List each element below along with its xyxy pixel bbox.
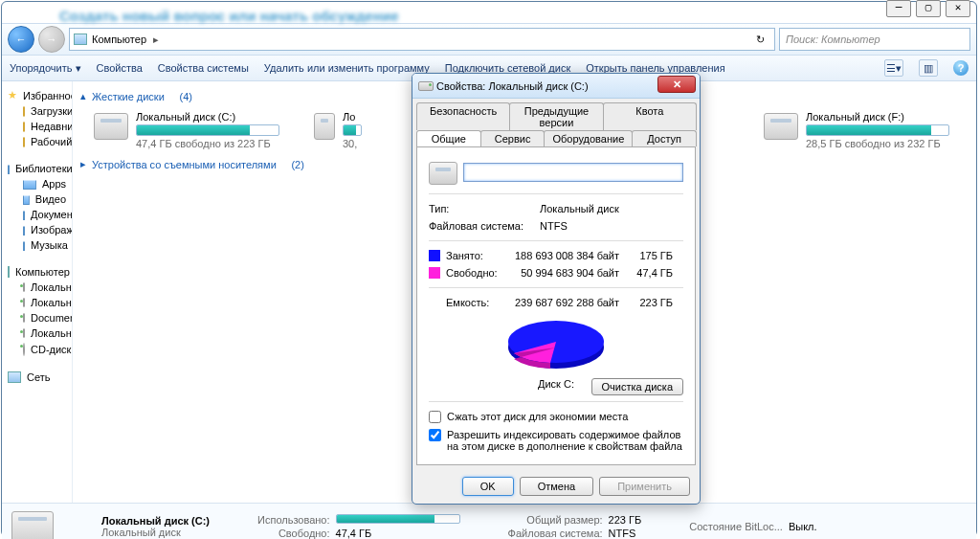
library-icon bbox=[8, 163, 10, 174]
drive-free-text: 47,4 ГБ свободно из 223 ГБ bbox=[136, 138, 279, 149]
dialog-title: Свойства: Локальный диск (C:) bbox=[436, 80, 589, 92]
sidebar-item-documents[interactable]: Документы bbox=[6, 207, 68, 222]
computer-icon bbox=[8, 266, 10, 278]
drive-tile-d[interactable]: Ло 30, bbox=[314, 111, 362, 149]
address-bar[interactable]: Компьютер ▸ ↻ bbox=[69, 28, 775, 51]
library-icon bbox=[23, 178, 36, 190]
dialog-close-button[interactable]: ✕ bbox=[657, 76, 696, 93]
tab-general[interactable]: Общие bbox=[416, 130, 481, 146]
folder-icon bbox=[23, 137, 25, 147]
type-label: Тип: bbox=[429, 203, 534, 214]
sidebar-item-drive-d[interactable]: Локальный диск (D:) bbox=[6, 295, 68, 310]
sidebar-item-desktop[interactable]: Рабочий стол bbox=[6, 134, 68, 149]
free-label: Свободно: bbox=[446, 267, 503, 279]
back-button[interactable]: ← bbox=[8, 26, 34, 53]
drive-tile-f[interactable]: Локальный диск (F:) 28,5 ГБ свободно из … bbox=[764, 111, 955, 149]
sidebar-item-music[interactable]: Музыка bbox=[6, 237, 68, 253]
library-icon bbox=[23, 209, 25, 220]
capacity-bar bbox=[136, 124, 279, 136]
properties-button[interactable]: Свойства bbox=[97, 62, 143, 74]
sidebar-item-drive-c[interactable]: Локальный диск (C:) bbox=[6, 280, 68, 295]
uninstall-program-button[interactable]: Удалить или изменить программу bbox=[264, 62, 430, 74]
status-fs-label: Файловая система: bbox=[508, 528, 603, 539]
used-label: Занято: bbox=[446, 250, 503, 261]
drive-icon bbox=[418, 81, 434, 91]
tab-hardware[interactable]: Оборудование bbox=[544, 130, 633, 146]
sidebar-item-recent[interactable]: Недавние места bbox=[6, 119, 68, 134]
dialog-titlebar[interactable]: Свойства: Локальный диск (C:) ✕ bbox=[412, 74, 700, 99]
drive-icon bbox=[429, 162, 457, 185]
capacity-gb: 223 ГБ bbox=[625, 297, 673, 308]
sidebar-item-apps[interactable]: Apps bbox=[6, 176, 68, 191]
chevron-right-icon: ▸ bbox=[80, 158, 86, 170]
breadcrumb: Компьютер ▸ bbox=[87, 34, 159, 46]
sidebar-item-optical[interactable]: CD-дисковод (G:) M bbox=[6, 341, 68, 358]
used-bytes: 188 693 008 384 байт bbox=[509, 250, 619, 261]
breadcrumb-root[interactable]: Компьютер bbox=[92, 34, 146, 45]
free-color-swatch bbox=[429, 267, 440, 279]
tab-security[interactable]: Безопасность bbox=[416, 102, 510, 130]
navigation-pane: ★Избранное Загрузки Недавние места Рабоч… bbox=[2, 81, 73, 503]
used-gb: 175 ГБ bbox=[625, 250, 673, 261]
ok-button[interactable]: OK bbox=[462, 477, 514, 496]
star-icon: ★ bbox=[8, 89, 17, 101]
libraries-group[interactable]: Библиотеки bbox=[6, 161, 68, 176]
dialog-body: Тип:Локальный диск Файловая система:NTFS… bbox=[416, 146, 696, 465]
volume-label-input[interactable] bbox=[463, 163, 683, 182]
drive-name: Локальный диск (F:) bbox=[806, 111, 949, 123]
organize-menu[interactable]: Упорядочить ▾ bbox=[10, 62, 81, 75]
status-subtitle: Локальный диск bbox=[101, 527, 210, 538]
apply-button[interactable]: Применить bbox=[599, 477, 690, 496]
drive-free-text: 28,5 ГБ свободно из 232 ГБ bbox=[806, 138, 949, 149]
status-bitlocker-label: Состояние BitLoc... bbox=[689, 521, 783, 532]
library-icon bbox=[23, 193, 30, 205]
drive-free-text: 30, bbox=[343, 138, 362, 149]
compress-checkbox[interactable] bbox=[429, 411, 441, 423]
drive-tile-c[interactable]: Локальный диск (C:) 47,4 ГБ свободно из … bbox=[94, 111, 285, 149]
free-gb: 47,4 ГБ bbox=[625, 267, 673, 279]
preview-pane-button[interactable]: ▥ bbox=[919, 59, 938, 77]
status-total-value: 223 ГБ bbox=[609, 514, 642, 526]
breadcrumb-separator-icon[interactable]: ▸ bbox=[153, 34, 159, 46]
disk-label: Диск C: bbox=[538, 378, 574, 390]
tab-tools[interactable]: Сервис bbox=[480, 130, 546, 146]
network-group[interactable]: Сеть bbox=[6, 370, 68, 385]
status-free-value: 47,4 ГБ bbox=[336, 528, 460, 539]
status-title: Локальный диск (C:) bbox=[101, 515, 210, 527]
capacity-label: Емкость: bbox=[446, 297, 503, 308]
sidebar-item-drive-f[interactable]: Локальный диск (F:) bbox=[6, 326, 68, 341]
help-icon[interactable]: ? bbox=[953, 60, 969, 76]
drive-icon bbox=[23, 328, 25, 338]
properties-dialog: Свойства: Локальный диск (C:) ✕ Безопасн… bbox=[412, 73, 701, 505]
system-properties-button[interactable]: Свойства системы bbox=[158, 62, 249, 74]
dialog-buttons: OK Отмена Применить bbox=[412, 469, 700, 504]
index-checkbox[interactable] bbox=[429, 429, 441, 441]
disk-cleanup-button[interactable]: Очистка диска bbox=[591, 378, 683, 395]
status-used-bar bbox=[336, 514, 460, 524]
type-value: Локальный диск bbox=[540, 203, 619, 214]
cancel-button[interactable]: Отмена bbox=[520, 477, 593, 496]
sidebar-item-videos[interactable]: Видео bbox=[6, 191, 68, 207]
dialog-tabs-row2: Общие Сервис Оборудование Доступ bbox=[412, 130, 700, 146]
search-input[interactable]: Поиск: Компьютер bbox=[779, 28, 970, 51]
view-options-button[interactable]: ☰▾ bbox=[884, 59, 903, 77]
forward-button[interactable]: → bbox=[38, 26, 65, 53]
status-bitlocker-value: Выкл. bbox=[789, 521, 817, 532]
capacity-bytes: 239 687 692 288 байт bbox=[509, 297, 619, 308]
tab-quota[interactable]: Квота bbox=[603, 102, 697, 130]
folder-icon bbox=[23, 122, 25, 132]
usage-pie-chart bbox=[499, 317, 613, 374]
drive-icon bbox=[23, 298, 25, 307]
sidebar-item-pictures[interactable]: Изображения bbox=[6, 222, 68, 237]
filesystem-value: NTFS bbox=[540, 220, 568, 232]
sidebar-item-downloads[interactable]: Загрузки bbox=[6, 103, 68, 119]
library-icon bbox=[23, 239, 25, 251]
sidebar-item-drive-e[interactable]: Documents (E:) bbox=[6, 310, 68, 326]
refresh-button[interactable]: ↻ bbox=[749, 34, 770, 46]
tab-sharing[interactable]: Доступ bbox=[632, 130, 697, 146]
tab-previous-versions[interactable]: Предыдущие версии bbox=[509, 102, 603, 130]
computer-group[interactable]: Компьютер bbox=[6, 264, 68, 280]
favorites-group[interactable]: ★Избранное bbox=[6, 87, 68, 103]
disk-label-row: Диск C: Очистка диска bbox=[429, 376, 683, 395]
navigation-bar: ← → Компьютер ▸ ↻ Поиск: Компьютер bbox=[2, 23, 976, 55]
